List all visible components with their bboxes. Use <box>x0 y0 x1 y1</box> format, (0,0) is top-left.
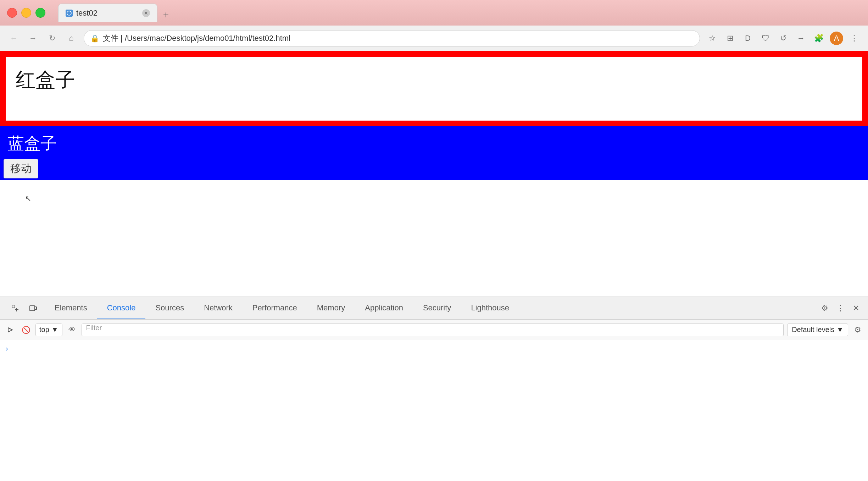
devtools-close-button[interactable]: ✕ <box>850 302 862 315</box>
console-eye-button[interactable]: 👁 <box>66 324 78 336</box>
traffic-lights <box>7 8 45 18</box>
browser-tab[interactable]: test02 ✕ <box>58 4 157 22</box>
reload-button[interactable]: ↻ <box>45 32 59 45</box>
extension-qr-button[interactable]: ⊞ <box>723 32 737 45</box>
lock-icon: 🔒 <box>90 34 99 43</box>
tab-network[interactable]: Network <box>194 297 243 319</box>
page-content: 红盒子 蓝盒子 移动 ↖ <box>0 51 868 297</box>
minimize-button[interactable] <box>21 8 31 18</box>
extension-d-button[interactable]: D <box>741 32 755 45</box>
title-bar: test02 ✕ + <box>0 0 868 26</box>
chevron-down-icon: ▼ <box>51 326 59 334</box>
move-button[interactable]: 移动 <box>4 159 38 178</box>
extensions-button[interactable]: 🧩 <box>812 32 825 45</box>
tab-favicon-icon <box>66 10 73 17</box>
nav-bar: ← → ↻ ⌂ 🔒 文件 | /Users/mac/Desktop/js/dem… <box>0 26 868 51</box>
refresh-button[interactable]: ↺ <box>777 32 790 45</box>
red-box: 红盒子 <box>0 51 868 126</box>
tab-elements[interactable]: Elements <box>45 297 97 319</box>
console-chevron-icon: › <box>6 344 8 353</box>
browser-window: test02 ✕ + ← → ↻ ⌂ 🔒 文件 | /Users/mac/Des… <box>0 0 868 481</box>
extension-shield-button[interactable]: 🛡 <box>759 32 772 45</box>
console-filter-input[interactable]: Filter <box>82 324 784 336</box>
console-content: › <box>0 340 868 481</box>
nav-actions: ☆ ⊞ D 🛡 ↺ → 🧩 A ⋮ <box>706 32 861 45</box>
tab-console[interactable]: Console <box>97 297 146 319</box>
red-box-inner: 红盒子 <box>6 57 862 121</box>
console-context-value: top <box>39 326 49 334</box>
tab-security[interactable]: Security <box>413 297 461 319</box>
devtools-tab-bar: Elements Console Sources Network Perform… <box>0 297 868 320</box>
tab-bar: test02 ✕ + <box>58 4 861 22</box>
devtools-more-button[interactable]: ⋮ <box>834 302 847 315</box>
new-tab-button[interactable]: + <box>159 8 173 22</box>
cursor-area: ↖ <box>0 180 868 297</box>
svg-rect-5 <box>35 307 37 310</box>
back-button[interactable]: ← <box>7 32 21 45</box>
tab-lighthouse[interactable]: Lighthouse <box>461 297 519 319</box>
devtools-tab-actions: ⚙ ⋮ ✕ <box>813 297 868 319</box>
blue-box-inner: 蓝盒子 <box>4 130 864 157</box>
forward-nav-button[interactable]: → <box>794 32 808 45</box>
tab-performance[interactable]: Performance <box>243 297 307 319</box>
console-levels-button[interactable]: Default levels ▼ <box>787 324 848 336</box>
device-toolbar-icon[interactable] <box>27 302 39 314</box>
home-button[interactable]: ⌂ <box>65 32 78 45</box>
devtools-tab-list: Elements Console Sources Network Perform… <box>45 297 813 319</box>
blue-box-label: 蓝盒子 <box>8 133 860 155</box>
console-levels-label: Default levels <box>792 326 834 334</box>
console-settings-button[interactable]: ⚙ <box>852 324 864 336</box>
chevron-down-icon-levels: ▼ <box>836 326 844 334</box>
maximize-button[interactable] <box>35 8 45 18</box>
red-box-label: 红盒子 <box>16 68 75 91</box>
tab-application[interactable]: Application <box>355 297 413 319</box>
cursor-indicator: ↖ <box>25 194 31 203</box>
console-context-selector[interactable]: top ▼ <box>35 324 62 336</box>
menu-button[interactable]: ⋮ <box>847 32 861 45</box>
blue-box: 蓝盒子 移动 <box>0 126 868 180</box>
profile-button[interactable]: A <box>830 32 843 45</box>
devtools-panel: Elements Console Sources Network Perform… <box>0 297 868 481</box>
filter-placeholder: Filter <box>86 324 102 332</box>
console-clear-button[interactable]: 🚫 <box>20 324 32 336</box>
tab-sources[interactable]: Sources <box>145 297 194 319</box>
svg-rect-4 <box>30 306 35 311</box>
bookmark-button[interactable]: ☆ <box>706 32 719 45</box>
inspect-element-icon[interactable] <box>9 302 21 314</box>
console-prompt-line[interactable]: › <box>6 343 862 354</box>
console-toolbar: 🚫 top ▼ 👁 Filter Default levels ▼ ⚙ <box>0 320 868 340</box>
svg-rect-1 <box>12 305 15 308</box>
tab-memory[interactable]: Memory <box>307 297 355 319</box>
address-text: 文件 | /Users/mac/Desktop/js/demo01/html/t… <box>103 33 693 44</box>
console-execute-button[interactable] <box>4 324 16 336</box>
forward-button[interactable]: → <box>26 32 40 45</box>
devtools-settings-button[interactable]: ⚙ <box>818 302 831 315</box>
address-bar[interactable]: 🔒 文件 | /Users/mac/Desktop/js/demo01/html… <box>84 30 700 46</box>
close-button[interactable] <box>7 8 17 18</box>
tab-close-button[interactable]: ✕ <box>142 9 150 17</box>
tab-title: test02 <box>76 9 139 18</box>
svg-marker-6 <box>8 328 12 332</box>
devtools-icon-group <box>4 297 45 319</box>
